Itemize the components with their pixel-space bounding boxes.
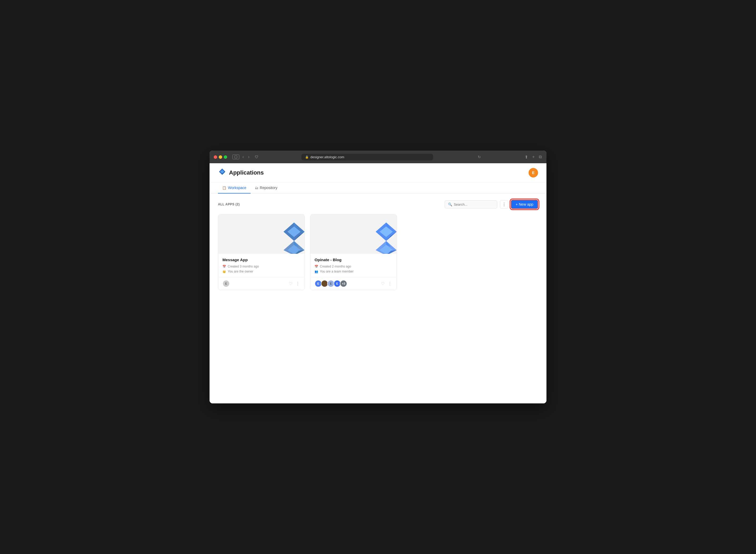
search-bar[interactable]: 🔍 [445, 201, 497, 209]
lock-icon: 🔒 [305, 155, 309, 159]
browser-window: ‹ › 🛡 🔒 designer.altologic.com ↻ ⬆ + ⧉ [210, 151, 546, 403]
all-apps-label: ALL APPS (2) [218, 203, 240, 206]
app-title-area: Applications [218, 168, 264, 177]
new-tab-button[interactable]: + [532, 154, 535, 160]
tab-workspace[interactable]: 📋 Workspace [218, 182, 250, 193]
app-content: Applications E 📋 Workspace 🗂 Repository … [210, 163, 546, 403]
main-content: ALL APPS (2) 🔍 ⋮ + New app [210, 193, 546, 403]
app-card-preview-opinate [310, 214, 397, 254]
address-bar[interactable]: 🔒 designer.altologic.com [301, 154, 433, 160]
search-input[interactable] [454, 203, 494, 207]
app-card-role-message: 👑 You are the owner [222, 270, 300, 273]
app-card-title-opinate: Opinate - Blog [310, 254, 397, 265]
crown-icon: 👑 [222, 270, 226, 273]
tab-workspace-label: Workspace [228, 186, 246, 190]
app-card-logo-opinate [373, 221, 397, 254]
tabs-bar: 📋 Workspace 🗂 Repository [210, 182, 546, 193]
avatar-member-1: E [222, 280, 230, 287]
user-avatar[interactable]: E [529, 168, 538, 177]
app-card-preview-message [218, 214, 304, 254]
window-toggle-icon[interactable] [232, 155, 239, 159]
app-card-meta-message: 📅 Created 3 months ago 👑 You are the own… [218, 265, 304, 277]
forward-button[interactable]: › [247, 154, 250, 160]
app-card-created-opinate: 📅 Created 2 months ago [314, 265, 393, 268]
workspace-icon: 📋 [222, 186, 226, 190]
app-card-created-text-opinate: Created 2 months ago [320, 265, 351, 268]
url-text: designer.altologic.com [310, 155, 344, 159]
browser-controls: ‹ › [232, 154, 250, 160]
page-title: Applications [229, 169, 264, 176]
traffic-lights [214, 155, 227, 159]
apps-grid: Message App 📅 Created 3 months ago 👑 You… [218, 214, 538, 290]
search-icon: 🔍 [448, 203, 452, 207]
app-card-opinate[interactable]: Opinate - Blog 📅 Created 2 months ago 👥 … [310, 214, 397, 290]
app-card-role-opinate: 👥 You are a team member [314, 270, 393, 273]
app-card-role-text-opinate: You are a team member [320, 270, 353, 273]
header-actions: 🔍 ⋮ + New app [445, 200, 538, 209]
minimize-button[interactable] [219, 155, 222, 159]
shield-icon: 🛡 [255, 155, 258, 159]
app-card-created-text-message: Created 3 months ago [228, 265, 259, 268]
share-button[interactable]: ⬆ [524, 154, 529, 160]
app-card-footer-opinate: E E E +3 ♡ ⋮ [310, 277, 397, 290]
repository-icon: 🗂 [255, 186, 258, 190]
calendar-icon-2: 📅 [314, 265, 318, 268]
avatar-member-plus: +3 [340, 280, 347, 287]
back-button[interactable]: ‹ [241, 154, 245, 160]
calendar-icon: 📅 [222, 265, 226, 268]
tab-repository[interactable]: 🗂 Repository [250, 182, 282, 193]
app-card-role-text-message: You are the owner [228, 270, 253, 273]
app-card-title-message: Message App [218, 254, 304, 265]
content-header: ALL APPS (2) 🔍 ⋮ + New app [218, 200, 538, 209]
tab-overview-button[interactable]: ⧉ [538, 154, 542, 160]
reload-button[interactable]: ↻ [478, 155, 481, 159]
close-button[interactable] [214, 155, 217, 159]
new-app-button[interactable]: + New app [511, 200, 538, 209]
favorite-button-opinate[interactable]: ♡ [381, 281, 385, 287]
app-card-meta-opinate: 📅 Created 2 months ago 👥 You are a team … [310, 265, 397, 277]
browser-actions: ⬆ + ⧉ [524, 154, 542, 160]
favorite-button-message[interactable]: ♡ [288, 281, 293, 287]
more-options-button[interactable]: ⋮ [500, 200, 508, 209]
app-card-created-message: 📅 Created 3 months ago [222, 265, 300, 268]
app-header: Applications E [210, 163, 546, 182]
card-actions-opinate: ♡ ⋮ [381, 281, 393, 287]
team-icon: 👥 [314, 270, 318, 273]
app-logo [218, 168, 226, 177]
card-more-button-opinate[interactable]: ⋮ [387, 281, 393, 287]
app-card-message[interactable]: Message App 📅 Created 3 months ago 👑 You… [218, 214, 305, 290]
card-actions-message: ♡ ⋮ [288, 281, 300, 287]
fullscreen-button[interactable] [224, 155, 227, 159]
app-card-logo-message [281, 221, 304, 254]
card-more-button-message[interactable]: ⋮ [295, 281, 300, 287]
member-avatars-opinate: E E E +3 [314, 280, 347, 287]
app-card-footer-message: E ♡ ⋮ [218, 277, 304, 290]
browser-chrome: ‹ › 🛡 🔒 designer.altologic.com ↻ ⬆ + ⧉ [210, 151, 546, 163]
tab-repository-label: Repository [260, 186, 278, 190]
member-avatars-message: E [222, 280, 230, 287]
